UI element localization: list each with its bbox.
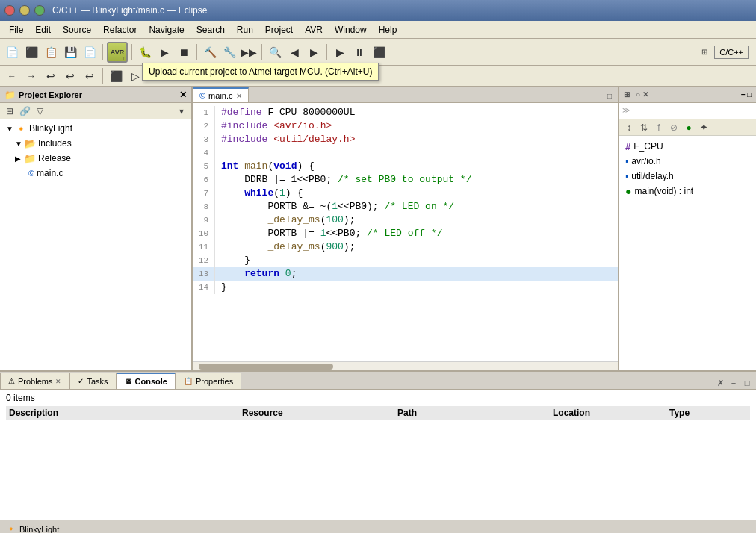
project-explorer-header: 📁 Project Explorer ✕: [0, 87, 191, 103]
problems-icon: ⚠: [8, 377, 15, 385]
tree-item-release[interactable]: ▶ 📁 Release: [0, 151, 191, 166]
tree-item-mainc[interactable]: © main.c: [0, 166, 191, 181]
pe-collapse-all[interactable]: ⊟: [3, 105, 16, 118]
outline-item-fcpu[interactable]: # F_CPU: [619, 139, 756, 154]
outline-toolbar: ↕ ⇅ f ⊘ ● ✦: [619, 119, 756, 136]
new-button[interactable]: 📄: [3, 43, 21, 61]
code-line-13: 13 return 0;: [193, 267, 618, 281]
minimize-editor[interactable]: −: [592, 90, 603, 101]
outline-filter3[interactable]: ●: [682, 121, 695, 134]
forward-button[interactable]: →: [22, 67, 40, 85]
toolbar-btn-14[interactable]: ⏸: [350, 43, 368, 61]
perspective-cpp[interactable]: C/C++: [714, 46, 749, 59]
menu-help[interactable]: Help: [373, 23, 403, 37]
project-explorer-close[interactable]: ✕: [179, 90, 187, 100]
toolbar-btn-5[interactable]: 📄: [81, 43, 99, 61]
tab-file-icon: ©: [199, 91, 205, 100]
file-blue-icon-2: ▪: [625, 171, 628, 181]
tab-close-mainc[interactable]: ✕: [236, 92, 242, 100]
tb2-btn-3[interactable]: ↩: [81, 67, 99, 85]
menu-avr[interactable]: AVR: [299, 23, 329, 37]
editor-hscrollbar[interactable]: [193, 361, 618, 370]
console-clear[interactable]: ✗: [714, 377, 726, 389]
tree-arrow-includes: ▼: [15, 140, 24, 148]
menu-window[interactable]: Window: [329, 23, 373, 37]
toolbar-btn-8[interactable]: 🔨: [201, 43, 219, 61]
file-blue-icon-1: ▪: [625, 156, 628, 166]
tree-item-blinkylight[interactable]: ▼ 🔸 BlinkyLight: [0, 121, 191, 136]
editor-tab-mainc[interactable]: © main.c ✕: [193, 87, 249, 102]
menu-search[interactable]: Search: [190, 23, 231, 37]
debug-btn[interactable]: 🐛: [136, 43, 154, 61]
code-editor[interactable]: 1 #define F_CPU 8000000UL 2 #include <av…: [193, 103, 618, 361]
separator-3: [196, 44, 197, 60]
tab-label-tasks: Tasks: [87, 377, 108, 386]
tb2-btn-4[interactable]: ⬛: [107, 67, 125, 85]
avr-upload-button[interactable]: AVR ↑: [107, 42, 128, 63]
outline-filter4[interactable]: ✦: [697, 121, 710, 134]
menu-file[interactable]: File: [3, 23, 29, 37]
toolbar-btn-2[interactable]: ⬛: [22, 43, 40, 61]
back-button[interactable]: ←: [3, 67, 21, 85]
title-bar: C/C++ — BlinkyLight/main.c — Eclipse: [0, 0, 756, 21]
outline-content: # F_CPU ▪ avr/io.h ▪ util/delay.h ● main…: [619, 136, 756, 370]
toolbar-btn-12[interactable]: ◀: [285, 43, 303, 61]
maximize-button[interactable]: [34, 5, 45, 16]
code-line-3: 3 #include <util/delay.h>: [193, 133, 618, 146]
tree-label-blinkylight: BlinkyLight: [29, 123, 72, 134]
tree-item-includes[interactable]: ▼ 📂 Includes: [0, 136, 191, 151]
pe-link-editor[interactable]: 🔗: [18, 105, 31, 118]
separator-5: [326, 44, 327, 60]
tree-label-includes: Includes: [38, 138, 72, 149]
console-icon: 🖥: [125, 378, 132, 386]
col-path: Path: [397, 408, 553, 418]
play-button[interactable]: ▶: [331, 43, 349, 61]
bottom-minimize[interactable]: −: [728, 377, 740, 389]
toolbar-btn-4[interactable]: 💾: [61, 43, 79, 61]
menu-edit[interactable]: Edit: [29, 23, 57, 37]
toolbar-btn-11[interactable]: 🔍: [266, 43, 284, 61]
bottom-tab-tasks[interactable]: ✓ Tasks: [69, 373, 116, 389]
toolbar-btn-15[interactable]: ⬛: [370, 43, 388, 61]
outline-maximize[interactable]: □: [747, 90, 752, 99]
bottom-maximize[interactable]: □: [741, 377, 753, 389]
problems-tab-close[interactable]: ✕: [55, 378, 61, 385]
toolbar-btn-6[interactable]: ▶: [155, 43, 173, 61]
toolbar-btn-3[interactable]: 📋: [42, 43, 60, 61]
outline-filter2[interactable]: ⊘: [667, 121, 681, 134]
code-line-2: 2 #include <avr/io.h>: [193, 119, 618, 133]
pe-menu[interactable]: ▾: [175, 105, 188, 118]
outline-sort2[interactable]: ⇅: [637, 121, 651, 134]
menu-run[interactable]: Run: [231, 23, 259, 37]
outline-sort[interactable]: ↕: [622, 121, 636, 134]
maximize-editor[interactable]: □: [604, 90, 615, 101]
bottom-tab-properties[interactable]: 📋 Properties: [176, 373, 241, 389]
status-bar: 🔸 BlinkyLight: [0, 520, 756, 533]
tb2-btn-2[interactable]: ↩: [61, 67, 79, 85]
bottom-tab-problems[interactable]: ⚠ Problems ✕: [0, 373, 69, 389]
minimize-button[interactable]: [19, 5, 30, 16]
menu-source[interactable]: Source: [57, 23, 97, 37]
outline-filter1[interactable]: f: [652, 121, 666, 134]
pe-filter[interactable]: ▽: [33, 105, 46, 118]
toolbar-btn-10[interactable]: ▶▶: [240, 43, 258, 61]
menu-project[interactable]: Project: [259, 23, 299, 37]
separator-2: [131, 44, 132, 60]
close-button[interactable]: [4, 5, 15, 16]
toolbar-btn-13[interactable]: ▶: [305, 43, 323, 61]
toolbar-btn-9[interactable]: 🔧: [220, 43, 238, 61]
menu-refactor[interactable]: Refactor: [97, 23, 143, 37]
outline-minimize[interactable]: −: [741, 90, 746, 99]
outline-item-avrio[interactable]: ▪ avr/io.h: [619, 154, 756, 169]
outline-item-main[interactable]: ● main(void) : int: [619, 184, 756, 199]
menu-navigate[interactable]: Navigate: [143, 23, 190, 37]
perspective-btn-1[interactable]: ⊞: [698, 46, 711, 59]
toolbar-btn-7[interactable]: ⏹: [175, 43, 193, 61]
bottom-tab-console[interactable]: 🖥 Console: [117, 373, 176, 389]
main-content: 📁 Project Explorer ✕ ⊟ 🔗 ▽ ▾ ▼ 🔸 BlinkyL…: [0, 87, 756, 370]
outline-item-delay[interactable]: ▪ util/delay.h: [619, 169, 756, 184]
separator-4: [261, 44, 262, 60]
tree-label-release: Release: [38, 153, 71, 163]
tb2-btn-1[interactable]: ↩: [42, 67, 60, 85]
bottom-tab-bar: ⚠ Problems ✕ ✓ Tasks 🖥 Console 📋 Propert…: [0, 372, 756, 390]
